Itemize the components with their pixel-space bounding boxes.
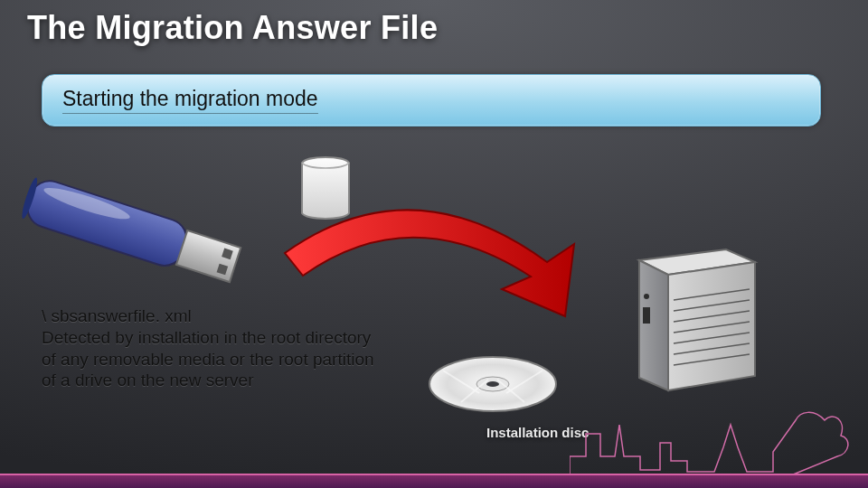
city-skyline-silhouette [570, 371, 868, 479]
usb-drive-icon [16, 177, 269, 295]
subtitle-text: Starting the migration mode [62, 87, 318, 114]
description-line: of any removable media or the root parti… [42, 349, 374, 371]
subtitle-banner: Starting the migration mode [42, 74, 821, 127]
file-path-line: \ sbsanswerfile. xml [42, 305, 374, 327]
svg-point-8 [486, 381, 499, 387]
description-line: of a drive on the new server [42, 370, 374, 391]
cd-disc-icon [425, 352, 561, 416]
description-line: Detected by installation in the root dir… [42, 327, 374, 349]
svg-point-19 [644, 294, 649, 299]
description-block: \ sbsanswerfile. xml Detected by install… [42, 305, 374, 391]
svg-rect-20 [643, 307, 650, 324]
slide-title: The Migration Answer File [27, 9, 438, 47]
footer-accent-bar [0, 474, 868, 488]
